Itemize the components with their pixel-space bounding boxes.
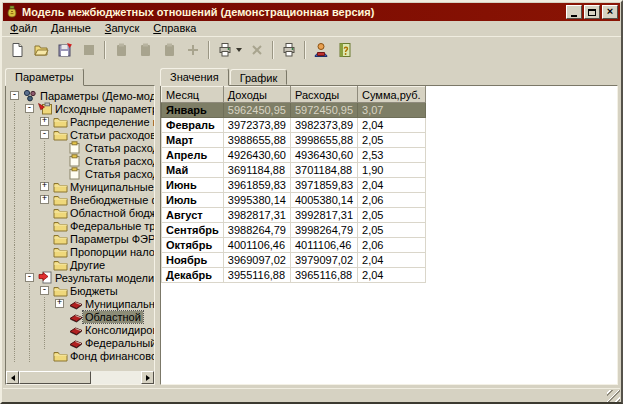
- expand-toggle[interactable]: +: [55, 299, 64, 308]
- cell-expense[interactable]: 3965116,88: [290, 268, 357, 283]
- help-contents-button[interactable]: [333, 39, 357, 61]
- cell-sum[interactable]: 2,04: [358, 178, 426, 193]
- cell-month[interactable]: Ноябрь: [162, 253, 224, 268]
- cell-expense[interactable]: 5972450,95: [290, 103, 357, 118]
- tree-item[interactable]: +Муниципальных о: [8, 297, 154, 310]
- cell-month[interactable]: Июнь: [162, 178, 224, 193]
- tree-item[interactable]: Статья расходов 2: [8, 154, 154, 167]
- column-header[interactable]: Расходы: [290, 87, 357, 103]
- tree-item[interactable]: -Бюджеты: [8, 284, 154, 297]
- cell-sum[interactable]: 2,04: [358, 118, 426, 133]
- maximize-button[interactable]: [584, 5, 600, 19]
- cell-income[interactable]: 3972373,89: [223, 118, 290, 133]
- tree-item[interactable]: Статья расходов 3: [8, 167, 154, 180]
- cell-sum[interactable]: 2,06: [358, 238, 426, 253]
- cell-income[interactable]: 3982817,31: [223, 208, 290, 223]
- column-header[interactable]: Сумма,руб.: [358, 87, 426, 103]
- cell-month[interactable]: Март: [162, 133, 224, 148]
- cell-sum[interactable]: 2,04: [358, 253, 426, 268]
- menu-item-data[interactable]: Данные: [44, 21, 98, 36]
- cell-sum[interactable]: 1,90: [358, 163, 426, 178]
- cell-expense[interactable]: 4005380,14: [290, 193, 357, 208]
- dropdown-arrow-icon[interactable]: [236, 48, 242, 52]
- table-row[interactable]: Октябрь4001106,464011106,462,06: [162, 238, 426, 253]
- menu-item-file[interactable]: Файл: [3, 21, 44, 36]
- tree-item[interactable]: Другие: [8, 258, 154, 271]
- tab-chart[interactable]: График: [230, 69, 288, 85]
- user-button[interactable]: [309, 39, 333, 61]
- cell-sum[interactable]: 2,05: [358, 223, 426, 238]
- print-button[interactable]: [277, 39, 301, 61]
- tree-item[interactable]: Пропорции налогов: [8, 245, 154, 258]
- title-bar[interactable]: Модель межбюджетных отношений (демонстра…: [3, 3, 620, 21]
- cell-expense[interactable]: 3979097,02: [290, 253, 357, 268]
- tree-item[interactable]: Консолидированн: [8, 323, 154, 336]
- cell-expense[interactable]: 3971859,83: [290, 178, 357, 193]
- cell-income[interactable]: 4001106,46: [223, 238, 290, 253]
- cell-expense[interactable]: 4936430,60: [290, 148, 357, 163]
- table-row[interactable]: Август3982817,313992817,312,05: [162, 208, 426, 223]
- cell-month[interactable]: Август: [162, 208, 224, 223]
- table-row[interactable]: Ноябрь3969097,023979097,022,04: [162, 253, 426, 268]
- cell-expense[interactable]: 4011106,46: [290, 238, 357, 253]
- column-header[interactable]: Доходы: [223, 87, 290, 103]
- table-row[interactable]: Февраль3972373,893982373,892,04: [162, 118, 426, 133]
- menu-item-help[interactable]: Справка: [146, 21, 203, 36]
- resize-grip[interactable]: [607, 390, 620, 402]
- tree-item[interactable]: Статья расходов 1: [8, 141, 154, 154]
- cell-income[interactable]: 3995380,14: [223, 193, 290, 208]
- table-row[interactable]: Июль3995380,144005380,142,06: [162, 193, 426, 208]
- cell-sum[interactable]: 3,07: [358, 103, 426, 118]
- cell-month[interactable]: Май: [162, 163, 224, 178]
- cell-sum[interactable]: 2,06: [358, 193, 426, 208]
- print-preview-button[interactable]: [213, 39, 245, 61]
- expand-toggle[interactable]: +: [40, 182, 49, 191]
- table-row[interactable]: Сентябрь3988264,793998264,792,05: [162, 223, 426, 238]
- minimize-button[interactable]: [566, 5, 582, 19]
- tree-item[interactable]: Фонд финансовой под: [8, 349, 154, 362]
- tree-item[interactable]: +Муниципальные обра: [8, 180, 154, 193]
- tree-horizontal-scrollbar[interactable]: [6, 371, 154, 384]
- table-row[interactable]: Март3988655,883998655,882,05: [162, 133, 426, 148]
- scrollbar-track[interactable]: [91, 371, 141, 384]
- tree-item[interactable]: +Распределение налог: [8, 115, 154, 128]
- cell-income[interactable]: 5962450,95: [223, 103, 290, 118]
- expand-toggle[interactable]: -: [25, 104, 34, 113]
- cell-sum[interactable]: 2,04: [358, 268, 426, 283]
- new-document-button[interactable]: [5, 39, 29, 61]
- cell-month[interactable]: Июль: [162, 193, 224, 208]
- tree-item[interactable]: Федеральные трансф: [8, 219, 154, 232]
- cell-income[interactable]: 3988655,88: [223, 133, 290, 148]
- scroll-left-button[interactable]: [6, 371, 19, 384]
- cell-income[interactable]: 3988264,79: [223, 223, 290, 238]
- cell-sum[interactable]: 2,05: [358, 133, 426, 148]
- expand-toggle[interactable]: +: [40, 117, 49, 126]
- cell-month[interactable]: Январь: [162, 103, 224, 118]
- open-model-button[interactable]: [29, 39, 53, 61]
- table-row[interactable]: Декабрь3955116,883965116,882,04: [162, 268, 426, 283]
- cell-income[interactable]: 3969097,02: [223, 253, 290, 268]
- cell-month[interactable]: Февраль: [162, 118, 224, 133]
- cell-month[interactable]: Октябрь: [162, 238, 224, 253]
- tab-values[interactable]: Значения: [160, 68, 229, 86]
- cell-expense[interactable]: 3998655,88: [290, 133, 357, 148]
- cell-income[interactable]: 3691184,88: [223, 163, 290, 178]
- cell-expense[interactable]: 3998264,79: [290, 223, 357, 238]
- tree-item[interactable]: Федеральный: [8, 336, 154, 349]
- cell-sum[interactable]: 2,05: [358, 208, 426, 223]
- expand-toggle[interactable]: -: [25, 273, 34, 282]
- cell-income[interactable]: 3955116,88: [223, 268, 290, 283]
- table-row[interactable]: Январь5962450,955972450,953,07: [162, 103, 426, 118]
- expand-toggle[interactable]: -: [40, 286, 49, 295]
- tree-item[interactable]: -Параметры (Демо-модель-2: [8, 89, 154, 102]
- expand-toggle[interactable]: -: [10, 91, 19, 100]
- column-header[interactable]: Месяц: [162, 87, 224, 103]
- expand-toggle[interactable]: -: [40, 130, 49, 139]
- cell-sum[interactable]: 2,53: [358, 148, 426, 163]
- tree-item[interactable]: -Статьи расходов: [8, 128, 154, 141]
- cell-month[interactable]: Декабрь: [162, 268, 224, 283]
- cell-expense[interactable]: 3701184,88: [290, 163, 357, 178]
- cell-income[interactable]: 4926430,60: [223, 148, 290, 163]
- table-row[interactable]: Июнь3961859,833971859,832,04: [162, 178, 426, 193]
- scrollbar-thumb[interactable]: [19, 371, 91, 384]
